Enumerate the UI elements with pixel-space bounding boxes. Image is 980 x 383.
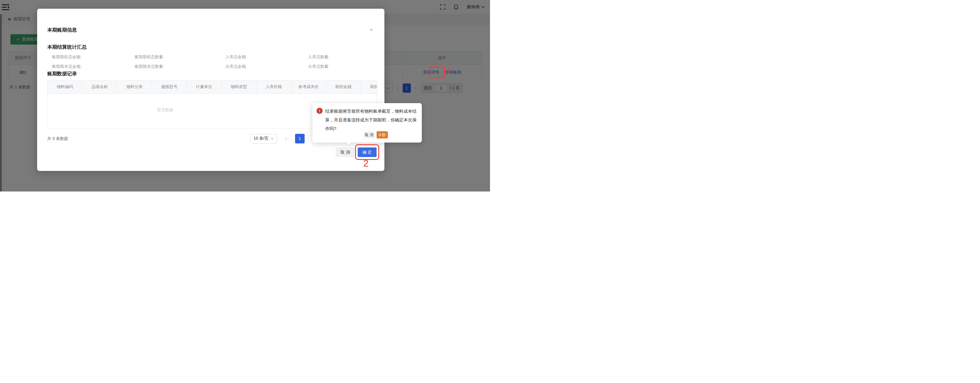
col-unit: 计量单位 bbox=[187, 81, 222, 93]
popconfirm-countdown-button[interactable]: 9 秒 bbox=[377, 131, 388, 138]
modal-prev-page-button[interactable]: ‹ bbox=[285, 136, 286, 141]
col-material-type: 物料类型 bbox=[222, 81, 256, 93]
stat-in-amount: 入库总金额: bbox=[213, 54, 295, 60]
col-item-name: 品项名称 bbox=[83, 81, 117, 93]
stat-end-qty: 账期期末总数量: bbox=[130, 64, 213, 70]
stat-begin-amount: 账期期初总金额: bbox=[47, 54, 130, 60]
col-ref-cost: 参考成本价 bbox=[291, 81, 326, 93]
annotation-box-step1 bbox=[429, 66, 445, 78]
warning-icon: ! bbox=[317, 108, 323, 114]
modal-cancel-button[interactable]: 取 消 bbox=[336, 147, 355, 157]
summary-section-title: 本期结算统计汇总 bbox=[47, 44, 87, 51]
col-begin-amount: 期初金额 bbox=[326, 81, 361, 93]
summary-stats: 账期期初总金额: 账期期初总数量: 入库总金额: 入库总数量: 账期期末总金额:… bbox=[47, 54, 378, 70]
modal-pagination: 10 条/页 ‹ 1 bbox=[250, 134, 305, 143]
annotation-label-step1: 1 bbox=[447, 66, 452, 76]
stat-out-qty: 出库总数量: bbox=[295, 64, 378, 70]
popconfirm-message: 结束账期将导致所有物料账单截至，物料成本结算，并且准备流转成为下期期初，你确定本… bbox=[325, 107, 418, 133]
stat-in-qty: 入库总数量: bbox=[295, 54, 378, 60]
modal-total-count-text: 共 0 条数据 bbox=[47, 136, 68, 141]
col-material-code: 物料编码 bbox=[48, 81, 83, 93]
modal-page-size-value: 10 条/页 bbox=[253, 136, 268, 141]
modal-page-size-select[interactable]: 10 条/页 bbox=[250, 134, 277, 143]
records-section-title: 账期数据记录 bbox=[47, 70, 77, 77]
chevron-down-icon bbox=[270, 138, 274, 140]
records-table-header: 物料编码 品项名称 物料分类 规格型号 计量单位 物料类型 入库价格 参考成本价… bbox=[48, 81, 377, 93]
annotation-label-step2: 2 bbox=[363, 158, 368, 169]
modal-page-number-active[interactable]: 1 bbox=[295, 134, 305, 143]
popconfirm-cancel-button[interactable]: 取 消 bbox=[364, 131, 374, 138]
stat-end-amount: 账期期末总金额: bbox=[47, 64, 130, 70]
end-period-popconfirm: ! 结束账期将导致所有物料账单截至，物料成本结算，并且准备流转成为下期期初，你确… bbox=[312, 103, 422, 142]
modal-title: 本期账期信息 bbox=[47, 27, 77, 33]
close-icon[interactable]: × bbox=[370, 27, 373, 32]
stat-begin-qty: 账期期初总数量: bbox=[130, 54, 213, 60]
period-info-modal: 本期账期信息 × 本期结算统计汇总 账期期初总金额: 账期期初总数量: 入库总金… bbox=[37, 9, 384, 171]
col-in-price: 入库价格 bbox=[256, 81, 291, 93]
stat-out-amount: 出库总金额: bbox=[213, 64, 295, 70]
col-begin-qty: 期初数量 bbox=[361, 81, 377, 93]
col-spec-model: 规格型号 bbox=[152, 81, 187, 93]
annotation-box-step2 bbox=[355, 144, 379, 160]
empty-placeholder: 暂无数据 bbox=[157, 108, 173, 113]
col-material-category: 物料分类 bbox=[117, 81, 152, 93]
